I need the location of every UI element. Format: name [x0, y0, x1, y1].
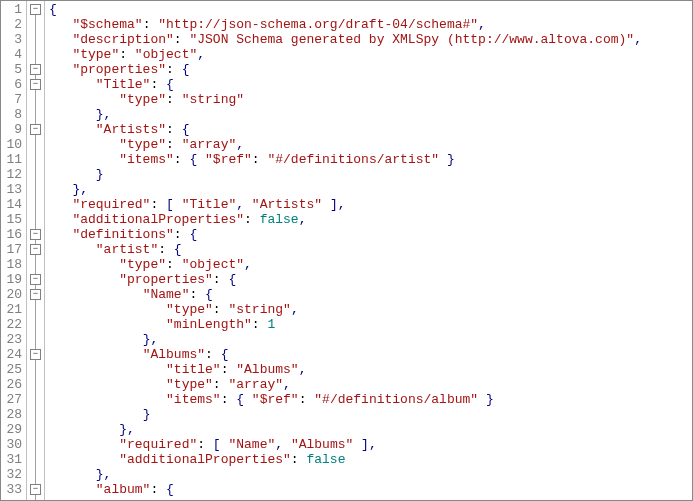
code-line[interactable]: "definitions": { — [49, 227, 642, 242]
line-number: 8 — [3, 107, 22, 122]
line-number: 11 — [3, 152, 22, 167]
token-key: "$schema" — [72, 17, 142, 32]
fold-toggle-icon[interactable]: − — [30, 289, 41, 300]
code-line[interactable]: "properties": { — [49, 272, 642, 287]
line-number: 26 — [3, 377, 22, 392]
token-key: "Artists" — [96, 122, 166, 137]
code-line[interactable]: }, — [49, 422, 642, 437]
token-str: "JSON Schema generated by XMLSpy (http:/… — [189, 32, 634, 47]
code-area[interactable]: { "$schema": "http://json-schema.org/dra… — [45, 1, 642, 500]
line-number: 22 — [3, 317, 22, 332]
code-line[interactable]: "items": { "$ref": "#/definitions/album"… — [49, 392, 642, 407]
fold-toggle-icon[interactable]: − — [30, 4, 41, 15]
code-line[interactable]: "artist": { — [49, 242, 642, 257]
fold-toggle-icon[interactable]: − — [30, 79, 41, 90]
token-key: "type" — [166, 302, 213, 317]
fold-toggle-icon[interactable]: − — [30, 124, 41, 135]
code-line[interactable]: "type": "string", — [49, 302, 642, 317]
fold-toggle-icon[interactable]: − — [30, 229, 41, 240]
fold-toggle-icon[interactable]: − — [30, 64, 41, 75]
code-line[interactable]: "additionalProperties": false, — [49, 212, 642, 227]
line-number: 24 — [3, 347, 22, 362]
code-line[interactable]: "Name": { — [49, 287, 642, 302]
token-str: "string" — [228, 302, 290, 317]
token-punc: , — [478, 17, 486, 32]
code-line[interactable]: "type": "object", — [49, 47, 642, 62]
code-line[interactable]: "required": [ "Title", "Artists" ], — [49, 197, 642, 212]
token-key: "artist" — [96, 242, 158, 257]
line-number: 27 — [3, 392, 22, 407]
code-line[interactable]: "type": "array", — [49, 377, 642, 392]
token-str: "Title" — [182, 197, 237, 212]
code-line[interactable]: }, — [49, 107, 642, 122]
fold-toggle-icon[interactable]: − — [30, 274, 41, 285]
code-line[interactable]: "items": { "$ref": "#/definitions/artist… — [49, 152, 642, 167]
code-line[interactable]: "additionalProperties": false — [49, 452, 642, 467]
token-str: "object" — [135, 47, 197, 62]
line-number: 14 — [3, 197, 22, 212]
code-line[interactable]: { — [49, 2, 642, 17]
code-line[interactable]: } — [49, 167, 642, 182]
token-colon: : — [205, 347, 221, 362]
line-number: 33 — [3, 482, 22, 497]
token-colon: : — [150, 482, 166, 497]
code-line[interactable]: "$schema": "http://json-schema.org/draft… — [49, 17, 642, 32]
code-line[interactable]: "description": "JSON Schema generated by… — [49, 32, 642, 47]
token-key: "additionalProperties" — [72, 212, 244, 227]
code-line[interactable]: "title": "Albums", — [49, 362, 642, 377]
token-str: "Name" — [228, 437, 275, 452]
code-line[interactable]: "type": "array", — [49, 137, 642, 152]
code-line[interactable]: }, — [49, 467, 642, 482]
token-colon: : — [213, 302, 229, 317]
code-line[interactable]: "Title": { — [49, 77, 642, 92]
token-colon: : — [166, 62, 182, 77]
code-line[interactable]: "minLength": 1 — [49, 317, 642, 332]
fold-toggle-icon[interactable]: − — [30, 244, 41, 255]
token-punc: [ — [166, 197, 182, 212]
token-punc: , — [275, 437, 291, 452]
token-colon: : — [119, 47, 135, 62]
token-punc: { — [166, 482, 174, 497]
line-number: 4 — [3, 47, 22, 62]
token-key: "properties" — [72, 62, 166, 77]
token-key: "type" — [119, 137, 166, 152]
line-number: 31 — [3, 452, 22, 467]
token-punc: , — [299, 212, 307, 227]
code-line[interactable]: } — [49, 407, 642, 422]
token-key: "title" — [166, 362, 221, 377]
code-line[interactable]: "properties": { — [49, 62, 642, 77]
token-str: "array" — [228, 377, 283, 392]
token-colon: : — [158, 242, 174, 257]
token-punc: }, — [119, 422, 135, 437]
fold-toggle-icon[interactable]: − — [30, 349, 41, 360]
code-line[interactable]: "album": { — [49, 482, 642, 497]
token-key: "items" — [166, 392, 221, 407]
token-bool: false — [260, 212, 299, 227]
token-str: "object" — [182, 257, 244, 272]
fold-toggle-icon[interactable]: − — [30, 484, 41, 495]
token-punc: { — [221, 347, 229, 362]
line-number: 3 — [3, 32, 22, 47]
line-number: 7 — [3, 92, 22, 107]
json-editor: 1234567891011121314151617181920212223242… — [1, 1, 692, 500]
token-punc: } — [478, 392, 494, 407]
token-key: "Title" — [96, 77, 151, 92]
code-line[interactable]: "Albums": { — [49, 347, 642, 362]
token-punc: { — [182, 122, 190, 137]
line-number-gutter: 1234567891011121314151617181920212223242… — [1, 1, 27, 500]
line-number: 2 — [3, 17, 22, 32]
code-line[interactable]: "type": "string" — [49, 92, 642, 107]
code-line[interactable]: "Artists": { — [49, 122, 642, 137]
token-str: "Albums" — [291, 437, 353, 452]
code-line[interactable]: }, — [49, 182, 642, 197]
token-key: "definitions" — [72, 227, 173, 242]
token-key: "properties" — [119, 272, 213, 287]
token-punc: , — [299, 362, 307, 377]
code-line[interactable]: }, — [49, 332, 642, 347]
code-line[interactable]: "required": [ "Name", "Albums" ], — [49, 437, 642, 452]
token-str: "Artists" — [252, 197, 322, 212]
token-colon: : — [166, 257, 182, 272]
line-number: 9 — [3, 122, 22, 137]
token-key: "minLength" — [166, 317, 252, 332]
code-line[interactable]: "type": "object", — [49, 257, 642, 272]
